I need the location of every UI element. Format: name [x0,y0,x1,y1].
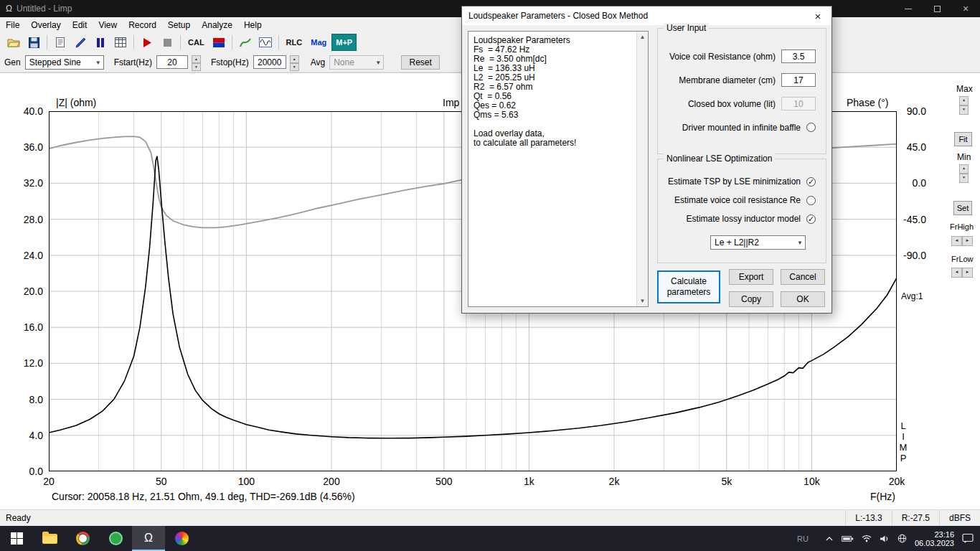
notification-icon[interactable] [962,533,974,544]
menu-item-analyze[interactable]: Analyze [196,19,238,32]
mp-button[interactable]: M+P [331,34,357,51]
nlse-group: Nonlinear LSE Optimization Estimate TSP … [657,159,826,263]
spin-down-icon[interactable]: ▼ [959,105,969,115]
frlow-spinner[interactable]: ◄► [951,268,973,278]
x-axis-unit-label: F(Hz) [870,491,895,502]
stop-icon[interactable] [158,34,176,51]
tray-expand-icon[interactable] [825,535,834,542]
overlay-icon[interactable] [236,34,255,51]
maximize-button[interactable] [923,0,951,17]
network-globe-icon[interactable] [897,534,907,543]
spin-down-icon[interactable]: ▼ [192,63,201,71]
save-icon[interactable] [24,34,43,51]
spin-up-icon[interactable]: ▲ [192,55,201,63]
nlse-checkbox-0[interactable]: ✓ [806,177,816,187]
limp-watermark: LIMP [898,420,908,463]
battery-icon[interactable] [842,535,854,542]
min-spinner[interactable]: ▲▼ [959,164,969,183]
user-input-row: Voice coil Resistance (ohm)3.5 [658,44,826,68]
fstop-input[interactable]: 20000 [253,55,286,69]
frhigh-spinner[interactable]: ◄► [951,236,973,246]
taskbar-clock[interactable]: 23:16 06.03.2023 [915,530,954,547]
dialog-close-button[interactable]: × [804,6,831,25]
nlse-checkbox-2[interactable]: ✓ [806,215,816,224]
user-input-rows: Voice coil Resistance (ohm)3.5Membrane d… [658,44,826,139]
menu-item-edit[interactable]: Edit [67,19,93,32]
chart-title: Imp [443,97,459,108]
user-input-row: Membrane diameter (cm)17 [658,68,826,92]
generator-icon[interactable] [256,34,275,51]
spin-right-icon[interactable]: ► [962,268,973,278]
right-axis-title: Phase (°) [847,97,889,108]
file-explorer-icon[interactable] [33,526,66,551]
chrome-icon[interactable] [66,526,99,551]
table-icon[interactable] [111,34,130,51]
copy-button[interactable]: Copy [729,291,773,307]
spin-up-icon[interactable]: ▲ [290,55,299,63]
menu-item-overlay[interactable]: Overlay [25,19,66,32]
rlc-button[interactable]: RLC [283,34,306,51]
menu-item-file[interactable]: File [0,19,25,32]
max-spinner[interactable]: ▲▼ [959,96,969,115]
pen-icon[interactable] [71,34,90,51]
spin-left-icon[interactable]: ◄ [951,268,962,278]
spin-left-icon[interactable]: ◄ [951,236,962,246]
inductor-model-select[interactable]: Le + L2||R2▼ [710,235,806,250]
dialog-titlebar[interactable]: Loudspeaker Parameters - Closed Box Meth… [462,6,831,25]
results-scrollbar[interactable]: ▲ ▼ [636,32,648,306]
cal-button[interactable]: CAL [184,34,208,51]
user-input-field-1[interactable]: 17 [781,73,816,87]
limp-letter: P [898,453,908,463]
calibration-colors-icon[interactable] [209,34,228,51]
fstart-spinner[interactable]: ▲▼ [192,55,201,70]
spin-down-icon[interactable]: ▼ [959,174,969,183]
copy-icon[interactable] [51,34,70,51]
min-label: Min [957,152,971,162]
generator-type-select[interactable]: Stepped Sine▼ [25,55,104,70]
ok-button[interactable]: OK [781,291,825,307]
calculate-parameters-button[interactable]: Calculate parameters [657,270,720,303]
spin-down-icon[interactable]: ▼ [290,63,299,71]
reset-button[interactable]: Reset [401,55,440,70]
toolbar-separator [180,35,181,50]
cancel-button[interactable]: Cancel [781,269,825,285]
nlse-checkbox-1[interactable] [806,196,816,205]
results-line: to calculate all parameters! [473,138,632,148]
spin-up-icon[interactable]: ▲ [959,96,969,105]
scroll-up-icon[interactable]: ▲ [640,32,646,42]
start-button[interactable] [0,526,33,551]
nlse-row: Estimate TSP by LSE minimization✓ [658,172,826,191]
minimize-button[interactable] [894,0,923,17]
export-button[interactable]: Export [729,269,773,285]
user-input-label: Driver mounted in infinite baffle [682,123,801,133]
fstop-spinner[interactable]: ▲▼ [290,55,299,70]
toolbar-separator [133,35,134,50]
pause-icon[interactable] [91,34,110,51]
limp-app-icon[interactable]: Ω [132,526,165,551]
menu-item-setup[interactable]: Setup [162,19,196,32]
spin-right-icon[interactable]: ► [962,236,973,246]
menu-item-help[interactable]: Help [238,19,268,32]
menu-item-record[interactable]: Record [123,19,162,32]
fstart-input[interactable]: 20 [156,55,188,69]
photos-app-icon[interactable] [165,526,198,551]
spin-up-icon[interactable]: ▲ [959,164,969,174]
language-indicator[interactable]: RU [797,534,809,543]
wifi-icon[interactable] [862,534,872,542]
fit-button[interactable]: Fit [954,132,972,146]
record-icon[interactable] [138,34,156,51]
mag-button[interactable]: Mag [307,34,330,51]
infinite-baffle-checkbox[interactable] [806,123,816,132]
results-listbox[interactable]: Loudspeaker ParametersFs = 47.62 HzRe = … [468,31,649,307]
avg-value: None [334,57,354,67]
menu-item-view[interactable]: View [93,19,123,32]
volume-icon[interactable] [880,534,890,543]
chevron-down-icon: ▼ [797,240,803,246]
dialog-title: Loudspeaker Parameters - Closed Box Meth… [468,11,648,21]
green-app-icon[interactable] [99,526,132,551]
set-button[interactable]: Set [953,201,972,215]
user-input-field-0[interactable]: 3.5 [781,50,816,63]
scroll-down-icon[interactable]: ▼ [640,296,646,306]
close-button[interactable]: × [951,0,980,17]
open-icon[interactable] [4,34,23,51]
